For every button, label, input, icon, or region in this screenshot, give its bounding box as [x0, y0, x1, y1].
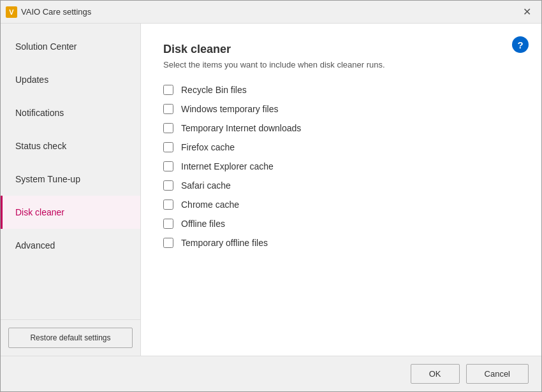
checkbox-chrome-cache[interactable]: Chrome cache — [163, 200, 519, 210]
window-title: VAIO Care settings — [21, 7, 517, 17]
checkbox-windows-temp-label: Windows temporary files — [181, 104, 279, 114]
checkbox-chrome-cache-input[interactable] — [163, 200, 173, 210]
sidebar-footer: Restore default settings — [1, 319, 140, 356]
sidebar-item-system-tune-up[interactable]: System Tune-up — [1, 163, 140, 196]
checkbox-temp-internet[interactable]: Temporary Internet downloads — [163, 123, 519, 133]
section-title: Disk cleaner — [163, 43, 519, 56]
sidebar: Solution Center Updates Notifications St… — [1, 24, 141, 356]
app-icon: V — [6, 6, 17, 18]
help-icon[interactable]: ? — [512, 36, 529, 53]
sidebar-item-advanced[interactable]: Advanced — [1, 229, 140, 262]
ok-button[interactable]: OK — [411, 364, 460, 384]
checkbox-offline-files-label: Offline files — [181, 219, 225, 229]
checkbox-ie-cache[interactable]: Internet Explorer cache — [163, 161, 519, 171]
checkbox-windows-temp-input[interactable] — [163, 104, 173, 114]
restore-defaults-button[interactable]: Restore default settings — [8, 328, 133, 348]
close-button[interactable]: ✕ — [517, 4, 536, 20]
checkbox-firefox-cache-input[interactable] — [163, 142, 173, 152]
sidebar-item-disk-cleaner[interactable]: Disk cleaner — [1, 196, 140, 229]
checkbox-temp-offline-label: Temporary offline files — [181, 238, 268, 248]
sidebar-item-notifications[interactable]: Notifications — [1, 96, 140, 129]
checkbox-temp-offline[interactable]: Temporary offline files — [163, 238, 519, 248]
sidebar-item-status-check[interactable]: Status check — [1, 129, 140, 163]
content-area: Solution Center Updates Notifications St… — [1, 24, 541, 356]
checkbox-recycle-bin-label: Recycle Bin files — [181, 85, 247, 95]
sidebar-item-updates[interactable]: Updates — [1, 63, 140, 96]
cancel-button[interactable]: Cancel — [466, 364, 529, 384]
checkbox-safari-cache[interactable]: Safari cache — [163, 180, 519, 191]
checkbox-temp-internet-input[interactable] — [163, 123, 173, 133]
main-panel: ? Disk cleaner Select the items you want… — [141, 24, 541, 356]
bottom-bar: OK Cancel — [1, 356, 541, 391]
checkbox-temp-internet-label: Temporary Internet downloads — [181, 123, 301, 133]
checkbox-chrome-cache-label: Chrome cache — [181, 200, 239, 210]
checkbox-offline-files-input[interactable] — [163, 219, 173, 229]
checkbox-recycle-bin[interactable]: Recycle Bin files — [163, 85, 519, 95]
checkbox-temp-offline-input[interactable] — [163, 238, 173, 248]
checkbox-firefox-cache[interactable]: Firefox cache — [163, 142, 519, 152]
vaio-care-settings-window: V VAIO Care settings ✕ Solution Center U… — [0, 0, 542, 392]
checkbox-safari-cache-input[interactable] — [163, 180, 173, 191]
checkbox-firefox-cache-label: Firefox cache — [181, 142, 235, 152]
title-bar: V VAIO Care settings ✕ — [1, 1, 541, 24]
checkbox-safari-cache-label: Safari cache — [181, 180, 231, 191]
section-subtitle: Select the items you want to include whe… — [163, 60, 519, 69]
checkbox-recycle-bin-input[interactable] — [163, 85, 173, 95]
disk-cleaner-options: Recycle Bin files Windows temporary file… — [163, 85, 519, 248]
checkbox-ie-cache-label: Internet Explorer cache — [181, 161, 274, 171]
checkbox-ie-cache-input[interactable] — [163, 161, 173, 171]
checkbox-windows-temp[interactable]: Windows temporary files — [163, 104, 519, 114]
sidebar-item-solution-center[interactable]: Solution Center — [1, 30, 140, 63]
sidebar-nav: Solution Center Updates Notifications St… — [1, 24, 140, 319]
checkbox-offline-files[interactable]: Offline files — [163, 219, 519, 229]
